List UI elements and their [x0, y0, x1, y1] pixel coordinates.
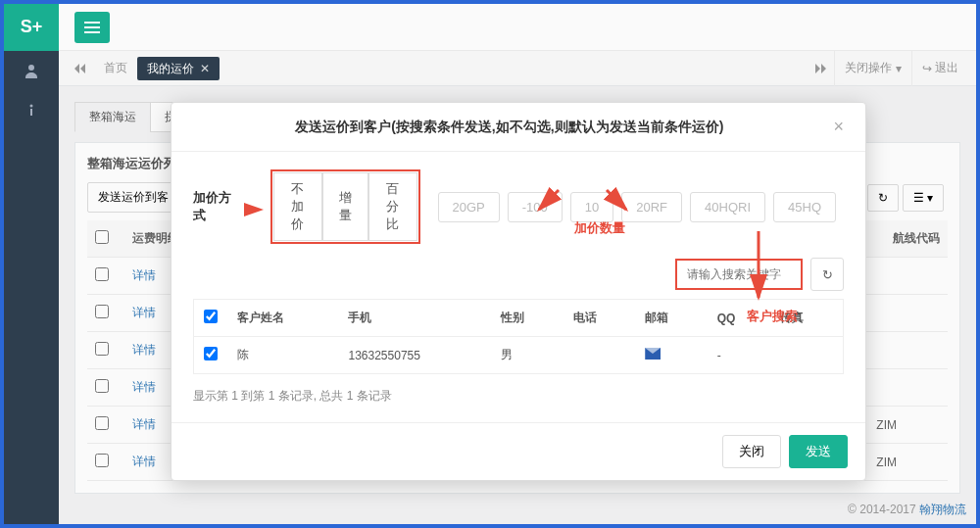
markup-mode-label: 加价方式 — [193, 189, 238, 224]
col-phone: 手机 — [338, 300, 491, 337]
cell-fax — [770, 337, 843, 374]
markup-pct-button[interactable]: 百分比 — [368, 172, 417, 241]
box-40hqri[interactable]: 40HQRI — [690, 192, 765, 222]
col-gender: 性别 — [491, 300, 563, 337]
modal-cancel-button[interactable]: 关闭 — [722, 435, 781, 468]
markup-inc-button[interactable]: 增量 — [322, 172, 368, 241]
col-tel: 电话 — [564, 300, 635, 337]
markup-mode-segment: 不加价 增量 百分比 — [270, 169, 420, 244]
customer-table: 客户姓名 手机 性别 电话 邮箱 QQ 传真 陈 13632550755 男 - — [193, 299, 844, 374]
modal-send-button[interactable]: 发送 — [789, 435, 848, 468]
col-mail: 邮箱 — [635, 300, 707, 337]
col-name: 客户姓名 — [227, 300, 338, 337]
box-45hq[interactable]: 45HQ — [773, 192, 836, 222]
modal-close-button[interactable]: × — [829, 117, 848, 137]
col-qq: QQ — [708, 300, 771, 337]
box-10[interactable]: 10 — [570, 192, 613, 222]
cell-name: 陈 — [227, 337, 338, 374]
customer-search-input[interactable] — [675, 259, 803, 290]
search-refresh-button[interactable]: ↻ — [810, 258, 844, 291]
box-20rf[interactable]: 20RF — [621, 192, 682, 222]
send-rate-modal: 发送运价到客户(按搜索条件发送,如不勾选,则默认为发送当前条件运价) × 加价方… — [171, 102, 866, 481]
markup-none-button[interactable]: 不加价 — [273, 172, 322, 241]
box-20gp[interactable]: 20GP — [438, 192, 500, 222]
modal-title: 发送运价到客户(按搜索条件发送,如不勾选,则默认为发送当前条件运价) — [189, 119, 829, 136]
cell-tel — [564, 337, 635, 374]
pager-text: 显示第 1 到第 1 条记录, 总共 1 条记录 — [193, 388, 844, 405]
cell-phone: 13632550755 — [338, 337, 491, 374]
customer-select-all[interactable] — [204, 310, 218, 323]
mail-icon — [645, 348, 661, 360]
box-neg100[interactable]: -100 — [508, 192, 563, 222]
cell-gender: 男 — [491, 337, 563, 374]
customer-row-checkbox[interactable] — [204, 347, 218, 360]
col-fax: 传真 — [770, 300, 843, 337]
cell-qq: - — [708, 337, 771, 374]
customer-row[interactable]: 陈 13632550755 男 - — [194, 337, 844, 374]
cell-mail — [635, 337, 707, 374]
arrow-icon — [244, 203, 264, 216]
